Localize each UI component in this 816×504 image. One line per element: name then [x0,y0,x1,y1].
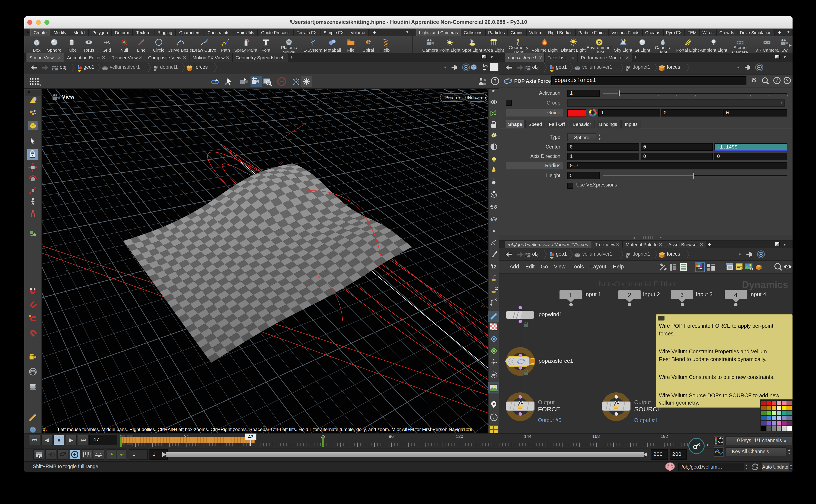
svg-text:3: 3 [680,292,684,298]
svg-text:2: 2 [628,292,631,298]
svg-text:12: 12 [495,287,498,291]
svg-text:1: 1 [569,292,572,298]
svg-text:?: ? [494,78,497,84]
svg-text:i: i [493,415,495,420]
svg-text:4: 4 [734,292,737,298]
